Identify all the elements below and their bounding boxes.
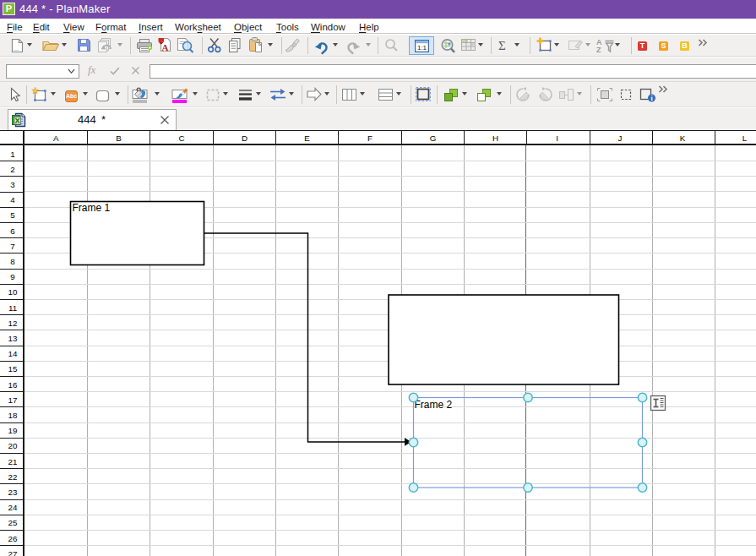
svg-text:Σ: Σ	[498, 39, 506, 52]
svg-text:13: 13	[8, 334, 18, 343]
svg-text:8: 8	[10, 257, 15, 266]
svg-text:1:1: 1:1	[417, 44, 427, 52]
svg-text:22: 22	[8, 472, 18, 482]
svg-text:24: 24	[8, 503, 18, 512]
svg-text:F: F	[367, 134, 373, 143]
svg-text:H: H	[492, 134, 498, 143]
svg-text:15: 15	[8, 364, 18, 373]
svg-text:18: 18	[8, 411, 18, 420]
svg-text:A: A	[162, 42, 169, 52]
svg-text:11: 11	[8, 303, 17, 313]
svg-text:J: J	[618, 134, 623, 143]
svg-text:Frame 2: Frame 2	[415, 399, 453, 411]
svg-text:9: 9	[10, 272, 14, 281]
svg-text:16: 16	[8, 380, 18, 390]
svg-text:K: K	[680, 134, 686, 143]
svg-text:Z: Z	[596, 46, 601, 54]
svg-text:6: 6	[10, 226, 15, 236]
svg-text:26: 26	[8, 534, 18, 543]
svg-text:2: 2	[10, 165, 14, 174]
svg-text:...: ...	[14, 46, 19, 52]
svg-text:1: 1	[10, 150, 14, 159]
svg-text:E: E	[304, 134, 310, 143]
svg-text:17: 17	[8, 395, 18, 405]
svg-text:4: 4	[10, 195, 15, 204]
svg-text:27: 27	[8, 549, 18, 556]
svg-text:23: 23	[8, 488, 18, 497]
svg-text:12: 12	[8, 319, 18, 328]
svg-text:B: B	[116, 134, 122, 143]
svg-text:19: 19	[8, 426, 18, 435]
svg-text:7: 7	[10, 242, 14, 251]
svg-text:I: I	[556, 134, 558, 143]
svg-text:5: 5	[10, 210, 15, 220]
svg-text:L: L	[742, 134, 748, 143]
svg-text:G: G	[430, 134, 437, 143]
svg-text:C: C	[178, 134, 184, 143]
svg-text:21: 21	[8, 457, 18, 466]
svg-text:25: 25	[8, 518, 18, 527]
svg-text:Frame 1: Frame 1	[73, 202, 111, 214]
svg-text:D: D	[242, 134, 247, 143]
svg-text:20: 20	[8, 441, 18, 450]
svg-text:14: 14	[8, 349, 18, 358]
svg-text:10: 10	[8, 287, 18, 297]
svg-text:A: A	[53, 134, 59, 143]
svg-text:3: 3	[10, 180, 15, 189]
